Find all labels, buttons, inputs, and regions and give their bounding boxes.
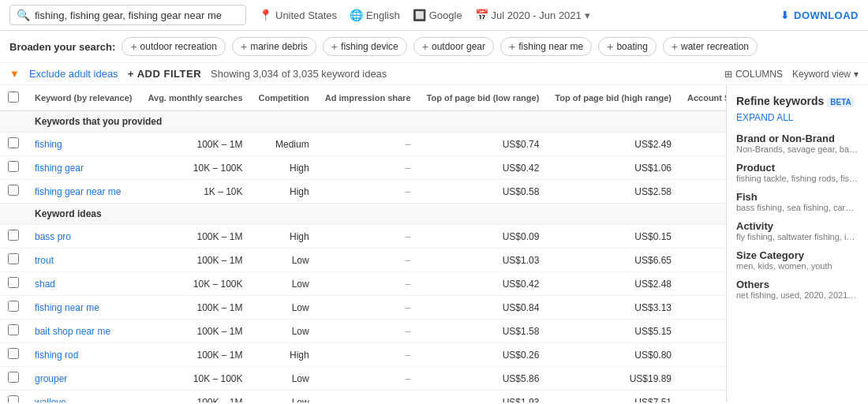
plus-icon: + [241,40,247,53]
ad-impression-cell: – [317,272,419,296]
chip-boating[interactable]: + boating [598,37,657,56]
bid-low-cell: US$0.26 [419,343,548,367]
showing-count: Showing 3,034 of 3,035 keyword ideas [211,68,387,80]
ad-impression-cell: – [317,225,419,249]
columns-button[interactable]: ⊞ COLUMNS [724,69,783,80]
bid-high-cell: US$2.48 [547,272,679,296]
keyword-cell[interactable]: fishing [35,139,62,150]
date-range-label: Jul 2020 - Jun 2021 [492,9,582,21]
keyword-cell[interactable]: bait shop near me [35,326,110,337]
keyword-cell[interactable]: fishing gear [35,163,84,174]
competition-cell: Low [251,296,317,320]
chip-outdoor-recreation[interactable]: + outdoor recreation [122,37,226,56]
panel-refine-item[interactable]: Brand or Non-Brand Non-Brands, savage ge… [736,133,859,154]
bid-high-cell: US$1.06 [547,156,679,180]
row-checkbox[interactable] [8,137,19,148]
panel-refine-item[interactable]: Size Category men, kids, women, youth [736,249,859,271]
keyword-cell[interactable]: walleye [35,397,66,403]
download-button[interactable]: ⬇ DOWNLOAD [780,9,859,21]
ad-impression-cell: – [317,296,419,320]
row-checkbox[interactable] [8,253,19,264]
avg-monthly-cell: 10K – 100K [140,156,251,180]
row-checkbox[interactable] [8,161,19,172]
col-ad-impression: Ad impression share [317,85,419,111]
section-header-row: Keywords that you provided [0,111,726,133]
download-icon: ⬇ [780,9,790,21]
broaden-label: Broaden your search: [9,41,115,53]
language-item: 🌐 English [350,9,400,21]
row-checkbox[interactable] [8,372,19,383]
bid-high-cell: US$5.15 [547,320,679,343]
panel-item-title: Brand or Non-Brand [736,133,859,144]
chip-fishing-device[interactable]: + fishing device [323,37,407,56]
platform-item: 🔲 Google [413,9,462,21]
table-row: fishing 100K – 1M Medium – US$0.74 US$2.… [0,133,726,156]
row-checkbox[interactable] [8,301,19,312]
search-input-value: fishing, fishing gear, fishing gear near… [35,9,222,21]
account-status-cell [679,156,726,180]
dropdown-chevron-icon: ▾ [854,69,859,80]
language-icon: 🌐 [350,9,363,21]
col-top-bid-low: Top of page bid (low range) [419,85,548,111]
bid-low-cell: US$0.84 [419,296,548,320]
avg-monthly-cell: 1K – 10K [140,180,251,204]
panel-refine-item[interactable]: Others net fishing, used, 2020, 2021, ac… [736,279,859,300]
panel-refine-item[interactable]: Activity fly fishing, saltwater fishing,… [736,220,859,241]
competition-cell: High [251,343,317,367]
bid-low-cell: US$5.86 [419,367,548,391]
account-status-cell [679,367,726,391]
keyword-cell[interactable]: grouper [35,373,67,384]
account-status-cell [679,225,726,249]
calendar-icon: 📅 [475,9,488,21]
panel-item-desc: bass fishing, sea fishing, carp, trout, … [736,203,859,212]
keyword-cell[interactable]: fishing near me [35,302,99,313]
ad-impression-cell: – [317,391,419,403]
table-row: shad 10K – 100K Low – US$0.42 US$2.48 [0,272,726,296]
select-all-checkbox[interactable] [8,92,19,103]
avg-monthly-cell: 100K – 1M [140,296,251,320]
location-label: United States [275,9,337,21]
competition-cell: High [251,225,317,249]
dropdown-arrow-icon: ▾ [585,9,590,21]
chip-water-recreation[interactable]: + water recreation [663,37,758,56]
competition-cell: High [251,180,317,204]
panel-item-desc: Non-Brands, savage gear, bass pro, s [736,144,859,154]
row-checkbox[interactable] [8,230,19,241]
filter-icon: ▼ [9,68,20,80]
expand-all-button[interactable]: EXPAND ALL [736,112,859,123]
chip-fishing-near-me[interactable]: + fishing near me [500,37,592,56]
chip-marine-debris[interactable]: + marine debris [232,37,316,56]
row-checkbox[interactable] [8,324,19,335]
date-range-item[interactable]: 📅 Jul 2020 - Jun 2021 ▾ [475,9,590,21]
keyword-view-button[interactable]: Keyword view ▾ [792,69,859,80]
keyword-cell[interactable]: fishing gear near me [35,186,121,197]
bid-high-cell: US$2.49 [547,133,679,156]
bid-low-cell: US$0.74 [419,133,548,156]
chip-outdoor-gear[interactable]: + outdoor gear [413,37,494,56]
search-icon: 🔍 [17,9,30,21]
row-checkbox[interactable] [8,348,19,359]
plus-icon: + [331,40,338,53]
platform-icon: 🔲 [413,9,426,21]
add-filter-button[interactable]: + ADD FILTER [128,68,201,80]
keyword-view-label: Keyword view [792,69,851,80]
keyword-cell[interactable]: fishing rod [35,350,78,361]
platform-label: Google [429,9,462,21]
keyword-cell[interactable]: bass pro [35,231,71,242]
row-checkbox[interactable] [8,395,19,402]
bid-low-cell: US$1.58 [419,320,548,343]
plus-icon: + [422,40,428,53]
account-status-cell [679,272,726,296]
panel-item-title: Size Category [736,249,859,261]
section-label: Keyword ideas [27,204,726,225]
row-checkbox[interactable] [8,277,19,288]
table-area: Keyword (by relevance) Avg. monthly sear… [0,85,726,402]
row-checkbox[interactable] [8,185,19,196]
bid-high-cell: US$7.51 [547,391,679,403]
panel-refine-item[interactable]: Fish bass fishing, sea fishing, carp, tr… [736,191,859,212]
keyword-cell[interactable]: shad [35,279,55,290]
search-box[interactable]: 🔍 fishing, fishing gear, fishing gear ne… [9,5,246,25]
panel-refine-item[interactable]: Product fishing tackle, fishing rods, fi… [736,162,859,183]
exclude-adult-ideas-button[interactable]: Exclude adult ideas [29,68,118,80]
keyword-cell[interactable]: trout [35,255,54,266]
